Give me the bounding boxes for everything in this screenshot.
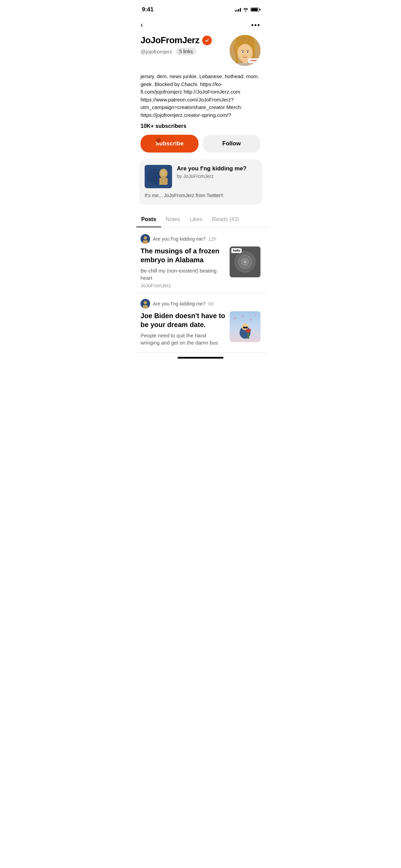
newsletter-thumbnail [145, 165, 172, 188]
svg-point-41 [245, 329, 248, 332]
svg-point-29 [144, 301, 147, 304]
post-title-2: Joe Biden doesn't have to be your dream … [141, 311, 226, 329]
more-button[interactable]: ••• [251, 21, 260, 29]
post-title-1: The musings of a frozen embryo in Alabam… [141, 246, 226, 264]
action-buttons: Subscribe Follow [134, 135, 267, 159]
svg-point-17 [160, 169, 167, 176]
status-time: 9:41 [142, 6, 154, 13]
back-button[interactable]: ‹ [141, 19, 146, 31]
links-badge[interactable]: 5 links [176, 48, 196, 55]
subscribers-count: 10K+ subscribers [134, 123, 267, 135]
tabs-row: Posts Notes Likes Reads (43) [134, 212, 267, 227]
voted-sticker: I Voted [248, 58, 259, 63]
svg-rect-26 [231, 248, 241, 253]
newsletter-description: It's me... JoJoFromJerz from Twitter!! [145, 192, 256, 199]
verified-badge [202, 36, 212, 45]
svg-text:hello: hello [233, 249, 239, 252]
svg-rect-16 [159, 178, 168, 185]
svg-point-10 [247, 51, 248, 53]
post-item-1[interactable]: Are you f'ng kidding me? 12h The musings… [134, 229, 267, 293]
svg-point-0 [204, 38, 210, 43]
svg-point-19 [144, 236, 147, 240]
post-source-name-2: Are you f'ng kidding me? [153, 301, 206, 306]
post-source-avatar-2 [141, 299, 150, 309]
post-time-1: 12h [208, 236, 216, 242]
svg-point-11 [244, 55, 246, 56]
profile-bio: jersey. dem. news junkie. Lebanese. hoth… [134, 71, 267, 123]
tab-likes[interactable]: Likes [185, 212, 207, 227]
profile-info: JoJoFromJerz @jojofromjerz 5 links [141, 35, 224, 55]
svg-rect-42 [243, 327, 248, 328]
post-author-1: JoJoFromJerz [141, 283, 226, 288]
status-icons [235, 8, 259, 12]
post-source-avatar [141, 234, 150, 244]
newsletter-card[interactable]: Are you f'ng kidding me? by JoJoFromJerz… [139, 159, 262, 205]
nav-bar: ‹ ••• [134, 16, 267, 35]
svg-point-25 [244, 261, 246, 263]
svg-text:♥: ♥ [242, 314, 244, 318]
post-source-name: Are you f'ng kidding me? [153, 236, 206, 242]
post-item-2[interactable]: Are you f'ng kidding me? 6d Joe Biden do… [134, 293, 267, 353]
home-indicator [134, 353, 267, 361]
post-time-2: 6d [208, 301, 214, 306]
subscribe-button[interactable]: Subscribe [141, 135, 198, 153]
svg-point-40 [248, 329, 251, 331]
svg-text:♥: ♥ [250, 317, 252, 322]
post-subtitle-1: Be chill my (non-existent) beating heart [141, 267, 226, 281]
signal-icon [235, 8, 241, 12]
newsletter-title: Are you f'ng kidding me? [177, 165, 246, 172]
avatar: I Voted [230, 35, 260, 66]
svg-rect-38 [247, 332, 249, 339]
profile-handle: @jojofromjerz [141, 49, 172, 55]
svg-rect-20 [143, 240, 148, 244]
status-bar: 9:41 [134, 0, 267, 16]
svg-text:♥: ♥ [254, 314, 256, 317]
post-subtitle-2: People need to quit the hand wringing an… [141, 332, 226, 346]
tab-reads[interactable]: Reads (43) [207, 212, 244, 227]
profile-handle-row: @jojofromjerz 5 links [141, 48, 224, 55]
battery-icon [251, 8, 259, 12]
wifi-icon [243, 8, 248, 12]
tab-posts[interactable]: Posts [136, 212, 161, 227]
svg-rect-6 [236, 63, 254, 66]
svg-rect-30 [143, 305, 148, 309]
svg-point-9 [242, 51, 244, 53]
profile-header: JoJoFromJerz @jojofromjerz 5 links [134, 35, 267, 71]
profile-name-row: JoJoFromJerz [141, 35, 224, 46]
follow-button[interactable]: Follow [203, 135, 260, 153]
newsletter-author: by JoJoFromJerz [177, 173, 246, 179]
profile-name: JoJoFromJerz [141, 35, 199, 46]
tab-notes[interactable]: Notes [161, 212, 185, 227]
post-thumbnail-2: ♥ ♥ ♥ ♥ [230, 311, 260, 342]
post-thumbnail-1: hello [230, 246, 260, 277]
svg-text:♥: ♥ [234, 315, 236, 321]
svg-point-14 [149, 170, 161, 183]
